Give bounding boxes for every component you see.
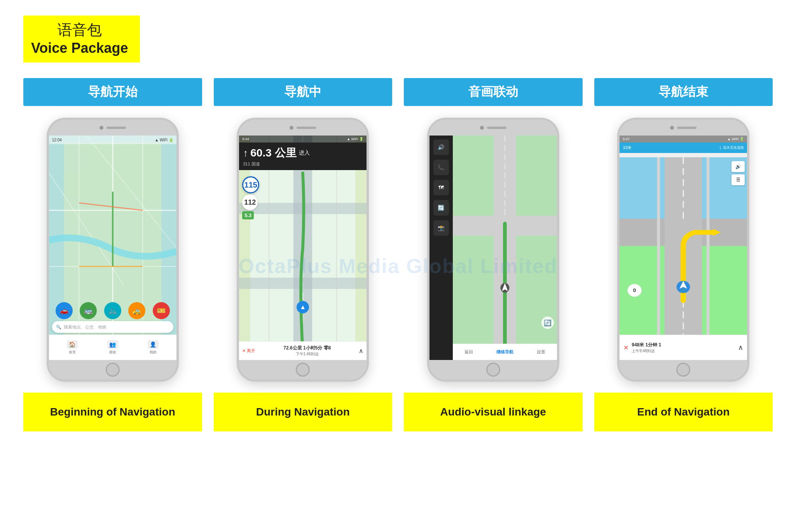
nav-expand-btn[interactable]: ∧ — [359, 347, 363, 355]
speed-3-box: 5.3 — [242, 211, 254, 219]
home-btn-1[interactable] — [106, 363, 120, 377]
btn-back-3[interactable]: 返回 — [464, 349, 473, 355]
screen-4: 9:47 ▲ WiFi 🔋 33米 ⤵ 花木无名道路 — [620, 136, 747, 360]
phone-top-4 — [620, 120, 747, 136]
nav-info: 72.6公里 1小时5分 零8 下午1:46到达 — [283, 345, 331, 357]
panel-icon-5[interactable]: 📸 — [433, 220, 449, 236]
panel-icon-4[interactable]: 🔄 — [433, 200, 449, 216]
tab-me[interactable]: 👤 我的 — [148, 340, 159, 355]
camera-1 — [100, 126, 103, 130]
nav-bottom-2: ✕ 离开 72.6公里 1小时5分 零8 下午1:46到达 ∧ — [239, 341, 367, 360]
main-map-3: 导出 ● 直播中 ↱ 157米 — [453, 136, 557, 360]
icon-car[interactable]: 🚗 — [56, 302, 73, 319]
map-bg-3: 🔊 📞 🗺 🔄 📸 导出 ● 直播中 — [429, 136, 557, 360]
home-btn-4[interactable] — [676, 363, 690, 377]
btn-continue-3[interactable]: 继续导航 — [496, 349, 513, 355]
title-box: 语音包 Voice Package — [23, 16, 140, 63]
nav-header-2: ↑ 60.3 公里 进入 311 国道 — [239, 143, 367, 170]
nav-top-bar-4: 33米 ⤵ 花木无名道路 — [620, 143, 747, 153]
nav-distance-4: 33米 — [623, 145, 632, 151]
home-btn-3[interactable] — [486, 363, 500, 377]
current-speed-box: 112 — [242, 195, 258, 210]
tab-home-label: 首页 — [69, 350, 76, 355]
map-bg-1: 12:04 ▲ WiFi 🔋 🚗 🚌 🚲 🚕 🎫 — [49, 136, 176, 360]
phone-frame-2: 9:44 ▲ WiFi 🔋 ↑ 60.3 公里 进入 311 国道 — [237, 118, 369, 382]
nav-road-4: ⤵ 花木无名道路 — [719, 145, 744, 150]
status-bar-4: 9:47 ▲ WiFi 🔋 — [620, 136, 747, 143]
nav-distance: ↑ 60.3 公里 进入 — [243, 146, 363, 160]
icon-bus[interactable]: 🚌 — [80, 302, 97, 319]
nav-distance-text: 60.3 公里 — [250, 146, 296, 160]
page-container: 语音包 Voice Package 导航开始 — [23, 16, 773, 431]
icon-taxi[interactable]: 🚕 — [128, 302, 145, 319]
speaker-3 — [487, 127, 506, 129]
phone-frame-1: 12:04 ▲ WiFi 🔋 🚗 🚌 🚲 🚕 🎫 — [47, 118, 179, 382]
map-icons-row-1: 🚗 🚌 🚲 🚕 🎫 — [52, 302, 173, 319]
tab-home[interactable]: 🏠 首页 — [67, 340, 78, 355]
column-1: 导航开始 — [23, 78, 202, 431]
camera-2 — [290, 126, 293, 130]
friends-tab-icon: 👥 — [107, 340, 118, 349]
svg-rect-17 — [239, 278, 367, 289]
nav-end-bottom-4: ✕ 948米 1分钟 1 上午9:48到达 ∧ — [620, 335, 747, 360]
nav-action: 进入 — [299, 150, 310, 156]
me-tab-icon: 👤 — [148, 340, 159, 349]
map-btn-4-2[interactable]: ☰ — [731, 174, 745, 185]
nav-cancel-btn[interactable]: ✕ 离开 — [242, 348, 255, 354]
speed-limit-box: 115 — [242, 176, 259, 193]
nav-bottom-info: 72.6公里 1小时5分 零8 — [283, 345, 331, 351]
column-2: 导航中 — [214, 78, 393, 431]
bottom-tabs-1: 🏠 首页 👥 朋友 👤 我的 — [49, 335, 176, 360]
turn-icon-4: ⤵ — [719, 146, 721, 150]
panel-icon-1[interactable]: 🔊 — [433, 139, 449, 155]
home-btn-2[interactable] — [296, 363, 310, 377]
blue-label-2: 导航中 — [214, 78, 393, 106]
caption-2: During Navigation — [214, 393, 393, 431]
refresh-btn-3[interactable]: 🔄 — [541, 316, 554, 329]
status-bar-2: 9:44 ▲ WiFi 🔋 — [239, 136, 367, 143]
camera-4 — [670, 126, 674, 130]
btn-settings-3[interactable]: 设置 — [537, 349, 545, 355]
close-btn-4[interactable]: ✕ — [623, 344, 628, 351]
nav-end-info: 948米 1分钟 1 上午9:48到达 — [632, 342, 735, 354]
blue-label-1: 导航开始 — [23, 78, 202, 106]
phone-top-1 — [49, 120, 176, 136]
screen-3: 🔊 📞 🗺 🔄 📸 导出 ● 直播中 — [429, 136, 557, 360]
caption-1: Beginning of Navigation — [23, 393, 202, 431]
icon-bike[interactable]: 🚲 — [104, 302, 121, 319]
blue-label-4: 导航结束 — [594, 78, 773, 106]
speed-limit-text: 115 — [244, 181, 257, 190]
speed-3-text: 5.3 — [244, 212, 251, 218]
map-btn-4-1[interactable]: 🔊 — [731, 161, 745, 172]
column-4: 导航结束 9:47 ▲ WiFi 🔋 33米 — [594, 78, 773, 431]
blue-label-3: 音画联动 — [404, 78, 583, 106]
title-english: Voice Package — [31, 40, 128, 56]
expand-btn-4[interactable]: ∧ — [738, 343, 743, 352]
status-icons-4: ▲ WiFi 🔋 — [727, 137, 744, 141]
map-4-svg: 0 — [620, 157, 747, 335]
map-bg-2: 9:44 ▲ WiFi 🔋 ↑ 60.3 公里 进入 311 国道 — [239, 136, 367, 360]
nav-bottom-row: ✕ 离开 72.6公里 1小时5分 零8 下午1:46到达 ∧ — [242, 345, 363, 357]
speaker-4 — [677, 127, 696, 129]
nav-road-name: 311 国道 — [243, 161, 363, 167]
header: 语音包 Voice Package — [23, 16, 773, 63]
nav-location-icon: ▲ — [297, 301, 309, 313]
title-chinese: 语音包 — [31, 20, 128, 40]
panel-icon-3[interactable]: 🗺 — [433, 180, 449, 195]
search-bar-1[interactable]: 🔍 搜索地点、公交、地铁 — [52, 321, 173, 333]
status-icons-1: ▲ WiFi 🔋 — [155, 138, 173, 142]
caption-3: Audio-visual linkage — [404, 393, 583, 431]
screen-2: 9:44 ▲ WiFi 🔋 ↑ 60.3 公里 进入 311 国道 — [239, 136, 367, 360]
icon-ticket[interactable]: 🎫 — [153, 302, 170, 319]
nav-time: 下午1:46到达 — [283, 351, 331, 357]
svg-rect-33 — [707, 157, 710, 335]
tab-friends[interactable]: 👥 朋友 — [107, 340, 118, 355]
status-icons-2: ▲ WiFi 🔋 — [347, 137, 363, 141]
main-view-4: 0 🔊 ☰ — [620, 157, 747, 335]
columns-container: 导航开始 — [23, 78, 773, 431]
status-time-4: 9:47 — [623, 137, 630, 141]
panel-icon-2[interactable]: 📞 — [433, 160, 449, 175]
svg-rect-32 — [657, 157, 660, 335]
home-tab-icon: 🏠 — [67, 340, 78, 349]
status-time-2: 9:44 — [242, 137, 249, 141]
